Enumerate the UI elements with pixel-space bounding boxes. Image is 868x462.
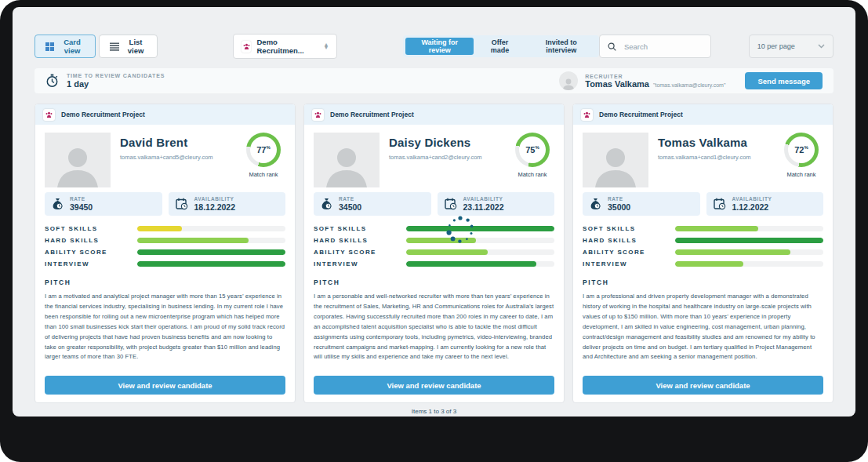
skill-label: INTERVIEW — [45, 260, 137, 267]
availability-label: AVAILABILITY — [463, 196, 504, 202]
percent-sign: % — [804, 145, 808, 150]
card-project-header: Demo Recruitment Project — [35, 104, 295, 125]
card-view-label: Card view — [60, 38, 85, 55]
rate-label: RATE — [608, 196, 630, 202]
skill-label: INTERVIEW — [583, 260, 675, 267]
pitch-heading: PITCH — [45, 278, 285, 286]
list-view-label: List view — [125, 38, 147, 55]
calendar-clock-icon — [176, 198, 188, 210]
money-bag-icon — [590, 198, 601, 210]
time-to-review-label: TIME TO REVIEW CANDIDATES — [67, 73, 165, 78]
candidate-avatar — [583, 133, 648, 187]
skill-bar — [675, 226, 823, 231]
candidate-avatar — [45, 133, 111, 187]
candidate-email: tomas.valkama+cand2@cleury.com — [389, 154, 501, 161]
percent-sign: % — [535, 145, 539, 150]
availability-box: AVAILABILITY 1.12.2022 — [706, 192, 824, 216]
percent-sign: % — [266, 145, 270, 150]
candidate-email: tomas.valkama+cand1@cleury.com — [658, 154, 770, 161]
skill-label: ABILITY SCORE — [314, 249, 406, 256]
tab-waiting-for-review[interactable]: Waiting for review — [405, 38, 474, 55]
skill-label: SOFT SKILLS — [583, 225, 675, 232]
skill-bar — [137, 261, 285, 267]
project-logo-icon — [581, 109, 593, 121]
skill-bar — [137, 238, 285, 243]
chevron-down-icon — [818, 44, 825, 49]
skill-label: HARD SKILLS — [583, 237, 675, 244]
search-icon — [608, 42, 616, 51]
project-name: Demo Recruitment Project — [61, 111, 145, 118]
rate-value: 35000 — [608, 202, 630, 212]
calendar-clock-icon — [445, 198, 457, 210]
skill-bar — [406, 261, 554, 267]
skills-section: SOFT SKILLS HARD SKILLS ABILITY SCORE IN… — [45, 223, 285, 270]
match-rank-label: Match rank — [249, 171, 278, 178]
tab-offer-made[interactable]: Offer made — [475, 38, 525, 55]
search-box[interactable] — [599, 35, 711, 58]
candidate-avatar — [314, 133, 380, 187]
per-page-select[interactable]: 10 per page — [749, 35, 833, 58]
skill-bar — [675, 238, 823, 243]
availability-value: 23.11.2022 — [463, 202, 504, 212]
rate-value: 39450 — [70, 202, 93, 212]
project-selector[interactable]: Demo Recruitmen... ▲▼ — [233, 34, 337, 59]
match-rank-ring: 75% — [515, 133, 550, 167]
skill-bar — [137, 226, 285, 231]
pitch-heading: PITCH — [583, 278, 823, 286]
availability-box: AVAILABILITY 18.12.2022 — [169, 192, 286, 216]
window-frame: Card view List view Demo Recruitmen... ▲… — [0, 0, 868, 462]
rate-label: RATE — [339, 196, 361, 202]
search-input[interactable] — [623, 42, 703, 52]
tab-invited-to-interview[interactable]: Invited to interview — [526, 38, 597, 55]
candidate-card: Demo Recruitment Project David Brent tom… — [35, 104, 296, 403]
match-rank-value: 75 — [525, 145, 535, 155]
skill-label: HARD SKILLS — [45, 237, 137, 244]
candidate-name: Tomas Valkama — [658, 136, 770, 149]
candidate-cards: Demo Recruitment Project David Brent tom… — [35, 104, 833, 403]
money-bag-icon — [52, 198, 64, 210]
rate-box: RATE 39450 — [45, 192, 162, 216]
rate-box: RATE 35000 — [583, 192, 700, 216]
card-project-header: Demo Recruitment Project — [304, 104, 564, 125]
skills-section: SOFT SKILLS HARD SKILLS ABILITY SCORE IN… — [314, 223, 554, 270]
sort-chevrons-icon: ▲▼ — [324, 43, 329, 49]
skill-bar — [675, 261, 823, 267]
project-name: Demo Recruitment Project — [330, 111, 414, 118]
per-page-value: 10 per page — [757, 42, 795, 50]
recruiter-section: RECRUITER Tomas Valkama "tomas.valkama@c… — [559, 71, 823, 90]
match-rank-label: Match rank — [518, 171, 547, 178]
pitch-heading: PITCH — [314, 278, 554, 286]
recruiter-name: Tomas Valkama — [585, 79, 649, 89]
pitch-text: I am a personable and well-networked rec… — [314, 292, 554, 362]
calendar-clock-icon — [714, 198, 726, 210]
view-review-candidate-button[interactable]: View and review candidate — [45, 376, 285, 395]
recruiter-avatar — [559, 71, 578, 90]
rate-value: 34500 — [339, 202, 361, 212]
skill-label: SOFT SKILLS — [45, 225, 137, 232]
match-rank-value: 77 — [256, 145, 266, 155]
availability-label: AVAILABILITY — [194, 196, 236, 202]
app-screen: Card view List view Demo Recruitmen... ▲… — [13, 7, 855, 417]
recruiter-label: RECRUITER — [585, 74, 725, 79]
pitch-text: I am a professional and driven property … — [583, 292, 823, 362]
project-logo-icon — [242, 41, 251, 53]
stopwatch-icon — [45, 74, 59, 88]
recruiter-email: "tomas.valkama@cleury.com" — [653, 82, 725, 88]
time-to-review-value: 1 day — [67, 79, 165, 89]
send-message-button[interactable]: Send message — [745, 72, 823, 89]
availability-value: 18.12.2022 — [194, 202, 236, 212]
match-rank-label: Match rank — [786, 171, 815, 178]
grid-icon — [45, 42, 54, 51]
project-logo-icon — [312, 109, 324, 121]
skill-bar — [406, 249, 554, 255]
skill-bar — [137, 249, 285, 255]
availability-label: AVAILABILITY — [732, 196, 772, 202]
skill-bar — [675, 249, 823, 255]
skill-label: ABILITY SCORE — [583, 249, 675, 256]
view-review-candidate-button[interactable]: View and review candidate — [314, 376, 554, 395]
list-icon — [110, 42, 119, 51]
card-view-button[interactable]: Card view — [35, 35, 96, 58]
list-view-button[interactable]: List view — [99, 35, 158, 58]
view-review-candidate-button[interactable]: View and review candidate — [583, 376, 823, 395]
view-toggle: Card view List view — [35, 35, 158, 58]
